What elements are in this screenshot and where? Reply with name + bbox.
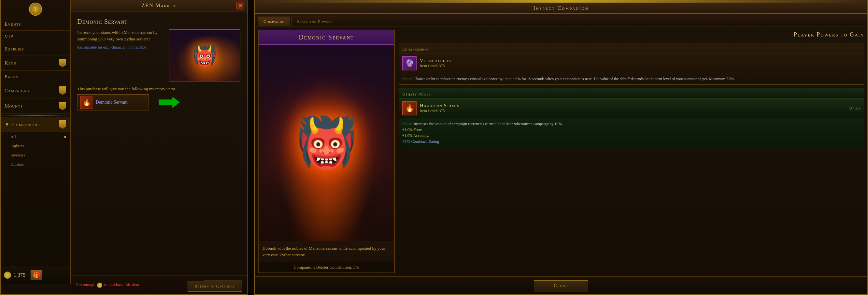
power-card-enhancement: Enhancement 🔮 Vulnerabilty Item Level: 3… (399, 43, 864, 85)
sidebar-item-packs[interactable]: Packs (1, 71, 70, 83)
companion-name-bar: Demonic Servant (258, 30, 394, 45)
inventory-section: This purchase will give you the followin… (77, 86, 240, 270)
item-artwork: 👹 (169, 30, 240, 81)
item-icon: 🔥 (80, 96, 93, 109)
powers-panel: Player Powers to Gain Enhancement 🔮 Vuln… (399, 30, 864, 273)
power-type-enhancement: Enhancement (402, 47, 429, 52)
coin-icon (4, 271, 11, 279)
powers-title: Player Powers to Gain (399, 30, 864, 40)
inventory-item: 🔥 Demonic Servant (77, 94, 149, 111)
companion-lore: Hobnob with the nobles of Menzoberranzan… (258, 241, 394, 262)
companions-submenu: All Fighters Invokers Hunters (1, 132, 70, 169)
power-type-utility: Utility Power (402, 92, 431, 96)
enhancement-info: Vulnerabilty Item Level: 375 (420, 58, 861, 68)
inspect-title: Inspect Companion (533, 5, 589, 11)
sidebar-subitem-invokers[interactable]: Invokers (1, 151, 70, 160)
right-panel: Inspect Companion Companion Stats and Po… (254, 0, 868, 295)
window-title-bar: ZEN Market ✕ (71, 0, 247, 11)
utility-icon: 🔥 (402, 101, 416, 115)
right-bottom-bar: Close (255, 276, 867, 294)
sidebar-label-mounts: Mounts (5, 103, 59, 109)
sidebar-item-keys[interactable]: Keys (1, 55, 70, 71)
inspect-title-bar: Inspect Companion (255, 3, 867, 14)
utility-info: Highborn Status Item Level: 375 (420, 103, 846, 113)
power-card-utility: Utility Power 🔥 Highborn Status Item Lev… (399, 88, 864, 147)
item-image-column: 👹 (169, 29, 240, 82)
campaigns-badge (59, 86, 66, 95)
utility-name: Highborn Status (420, 103, 846, 109)
close-button[interactable]: ✕ (237, 2, 244, 9)
item-title: Demonic Servant (77, 18, 128, 25)
sidebar-divider (1, 115, 70, 116)
item-layout: Increase your status within Menzoberranz… (77, 29, 240, 82)
sidebar-label-supplies: Supplies (5, 46, 66, 52)
power-header-utility: 🔥 Highborn Status Item Level: 375 Utilit… (399, 98, 864, 118)
right-border-top (255, 0, 867, 3)
companions-section-header[interactable]: ▼ Companions (1, 117, 70, 132)
sidebar-label-vip: VIP (5, 34, 66, 39)
sidebar-label-events: Events (5, 22, 66, 27)
utility-badge: Utility (849, 106, 861, 111)
return-to-category-button[interactable]: Return to Category (188, 281, 242, 292)
demon-icon-small: 👹 (192, 44, 217, 67)
tab-bar: Companion Stats and Powers (255, 14, 867, 26)
sidebar-item-mounts[interactable]: Mounts (1, 98, 70, 114)
companion-display: Demonic Servant 👹 Hobnob with the nobles… (258, 30, 395, 273)
companion-name: Demonic Servant (299, 34, 354, 41)
left-panel: ZEN Market ✕ ? Events VIP Supplies Keys … (0, 0, 248, 295)
enhancement-description: Equip: Chance on hit to reduce an enemy'… (399, 73, 864, 84)
tab-companion[interactable]: Companion (258, 17, 290, 26)
item-image-box: 👹 (169, 29, 240, 82)
enhancement-name: Vulnerabilty (420, 58, 861, 64)
sidebar: ? Events VIP Supplies Keys Packs Campaig… (1, 0, 71, 284)
companions-badge (59, 120, 66, 129)
tab-stats-and-powers[interactable]: Stats and Powers (291, 17, 338, 26)
sidebar-label-packs: Packs (5, 74, 66, 80)
item-description: Increase your status within Menzoberranz… (77, 29, 164, 42)
item-reclaimable: Reclaimable for each character, not trad… (77, 45, 164, 50)
utility-description: Equip: Increases the amount of campaign … (399, 118, 864, 147)
sidebar-subitem-hunters[interactable]: Hunters (1, 160, 70, 169)
power-header-enhancement: 🔮 Vulnerabilty Item Level: 375 (399, 54, 864, 73)
sidebar-item-vip[interactable]: VIP (1, 31, 70, 43)
inventory-item-name: Demonic Servant (96, 100, 128, 105)
enhancement-level: Item Level: 375 (420, 64, 861, 68)
sidebar-item-events[interactable]: Events (1, 18, 70, 31)
companion-bolster: Companions Bolster Contribution: 3% (258, 262, 394, 272)
companion-content: Demonic Servant 👹 Hobnob with the nobles… (255, 26, 867, 276)
item-detail-area: Demonic Servant Increase your status wit… (71, 11, 247, 275)
all-dot (64, 136, 66, 138)
sidebar-subitem-fighters[interactable]: Fighters (1, 142, 70, 151)
sidebar-item-supplies[interactable]: Supplies (1, 43, 70, 55)
companions-header-label: Companions (12, 122, 40, 127)
enhancement-icon: 🔮 (402, 56, 416, 70)
demon-icon-large: 👹 (296, 118, 357, 167)
sidebar-label-keys: Keys (5, 60, 59, 66)
currency-bar: 1,375 🎁 (1, 266, 71, 284)
close-companion-button[interactable]: Close (534, 280, 588, 291)
arrow-icon (159, 97, 180, 108)
utility-level: Item Level: 375 (420, 109, 846, 113)
not-enough-text: Not enough to purchase this item. (75, 282, 141, 288)
item-text-column: Increase your status within Menzoberranz… (77, 29, 164, 82)
coin-icon-inline (97, 283, 102, 288)
sidebar-subitem-all[interactable]: All (1, 132, 70, 142)
help-icon[interactable]: ? (29, 3, 42, 16)
mounts-badge (59, 102, 66, 110)
inventory-label: This purchase will give you the followin… (77, 86, 240, 92)
zen-market-title: ZEN Market (142, 3, 176, 8)
keys-badge (59, 59, 66, 67)
sidebar-item-campaigns[interactable]: Campaigns (1, 83, 70, 98)
chest-icon[interactable]: 🎁 (31, 270, 42, 280)
sidebar-label-campaigns: Campaigns (5, 88, 59, 93)
panel-divider (248, 0, 254, 295)
currency-amount: 1,375 (14, 272, 25, 278)
companion-artwork: 👹 (258, 45, 394, 241)
